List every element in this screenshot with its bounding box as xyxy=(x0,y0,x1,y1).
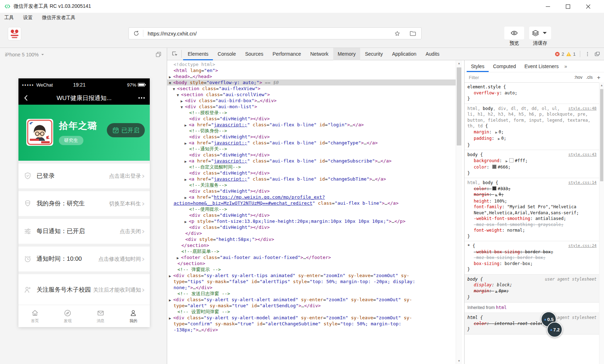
expand-shorthand-icon[interactable]: ▶ xyxy=(495,193,498,197)
tabbar-item-首页[interactable]: 首页 xyxy=(18,305,51,327)
menu-item-3[interactable]: 微信开发者工具 xyxy=(42,15,76,21)
css-property[interactable]: overflow-y: auto; xyxy=(467,90,597,96)
code-line[interactable]: <!--切换身份--> xyxy=(167,128,456,134)
styles-scrollbar[interactable]: ▲ xyxy=(599,82,604,364)
code-line[interactable]: <!--使用提示--> xyxy=(167,206,456,212)
code-line[interactable]: <html lang="en"> xyxy=(167,67,456,73)
code-line[interactable]: <!-- 设置时间弹窗 --> xyxy=(167,309,456,315)
css-property[interactable]: margin: ▶0; xyxy=(467,192,597,198)
tab-elements[interactable]: Elements xyxy=(183,48,213,60)
menu-item-2[interactable]: 设置 xyxy=(23,15,33,21)
color-swatch[interactable] xyxy=(492,165,496,169)
menu-item-1[interactable]: 工具 xyxy=(4,15,14,21)
filter-input[interactable] xyxy=(468,75,571,81)
tab-network[interactable]: Network xyxy=(306,48,333,60)
device-selector[interactable]: iPhone 5 100% xyxy=(5,52,39,57)
code-line[interactable]: action=home&__biz=MzIwOTY2NTUzMQ==#wecha… xyxy=(167,200,456,206)
new-style-rule-button[interactable]: + xyxy=(597,75,600,81)
style-rule[interactable]: element.style {overflow-y: auto;} xyxy=(465,82,599,104)
warning-badge-icon[interactable] xyxy=(566,51,571,57)
error-badge-icon[interactable] xyxy=(555,51,560,57)
hidden-siblings-ellipsis[interactable]: … xyxy=(169,79,171,86)
css-property[interactable]: display: block; xyxy=(467,282,597,288)
code-line[interactable]: -138px;">…</div> xyxy=(167,327,456,333)
stylesheet-link[interactable]: style.css:24 xyxy=(569,243,597,249)
code-line[interactable]: ▶<a href="https://mp.weixin.qq.com/mp/pr… xyxy=(167,194,456,200)
css-property[interactable]: color: -internal-root-color; xyxy=(467,321,597,327)
code-line[interactable]: type="tips" sy-mask="false" id="alertTip… xyxy=(167,278,456,285)
code-line[interactable]: ▶<a href="javascript:;" class="aui-flex … xyxy=(167,176,456,182)
code-line[interactable]: ▶<a href="javascript:;" class="aui-flex … xyxy=(167,140,456,146)
close-button[interactable] xyxy=(578,0,598,13)
list-item-3[interactable]: 每日通知：已开启点击关闭› xyxy=(18,219,150,244)
css-property[interactable]: -webkit-font-smoothing: antialiased; xyxy=(467,216,597,222)
code-line[interactable]: ▶<a href="javascript:;" class="aui-flex … xyxy=(167,122,456,128)
stylesheet-link[interactable]: style.css:48 xyxy=(569,106,597,112)
color-swatch[interactable] xyxy=(492,186,496,191)
css-property[interactable]: box-sizing: border-box; xyxy=(467,261,597,267)
list-item-4[interactable]: 通知时间：10:00点击修改通知时间› xyxy=(18,247,150,271)
scroll-up-icon[interactable]: ▲ xyxy=(456,60,462,66)
code-line[interactable]: <div class="divHeight"></div> xyxy=(167,170,456,176)
code-line[interactable]: <div class="divHeight"></div> xyxy=(167,224,456,230)
list-item-1[interactable]: 已登录点击退出登录› xyxy=(18,164,150,188)
inspect-element-icon[interactable] xyxy=(171,50,179,57)
expand-shorthand-icon[interactable]: ▶ xyxy=(498,137,500,140)
daily-report-toggle[interactable]: 已开启 xyxy=(107,123,145,137)
list-item-2[interactable]: 我的身份：研究生切换至本科生› xyxy=(18,191,150,216)
tab-console[interactable]: Console xyxy=(213,48,240,60)
css-property[interactable]: margin: ▶8px; xyxy=(467,288,597,295)
tabbar-item-消息[interactable]: 消息 xyxy=(84,305,117,327)
tab-security[interactable]: Security xyxy=(360,48,388,60)
perf-overlay-badge[interactable]: ▲7.2 xyxy=(547,322,562,337)
scrollbar-thumb[interactable] xyxy=(457,67,461,145)
style-rule[interactable]: user agent stylesheetbody {display: bloc… xyxy=(465,275,599,303)
code-line[interactable]: <div class="divHeight"></div> xyxy=(167,152,456,158)
clear-cache-button[interactable] xyxy=(529,27,551,39)
code-line[interactable]: <div class="divHeight"></div> xyxy=(167,134,456,140)
expand-shorthand-icon[interactable]: ▶ xyxy=(495,131,498,134)
css-property[interactable]: font-family: "Myriad Set Pro","Helvetica… xyxy=(467,204,597,216)
css-property[interactable]: -moz-box-sizing: border-box; xyxy=(467,255,597,261)
stylesheet-link[interactable]: style.css:43 xyxy=(569,152,597,158)
code-line[interactable]: <!--底部菜单--> xyxy=(167,248,456,254)
code-line[interactable]: ▼<section class="aui-flexView"> xyxy=(167,86,456,92)
more-options-icon[interactable] xyxy=(138,97,145,99)
code-line[interactable]: type="confirm" sy-mask="true" id="alertC… xyxy=(167,321,456,327)
css-property[interactable]: padding: ▶0; xyxy=(467,136,597,142)
tab-application[interactable]: Application xyxy=(388,48,421,60)
scrollbar-thumb[interactable] xyxy=(600,89,603,181)
code-line[interactable]: ▼<div class="aui-mon-list"> xyxy=(167,104,456,110)
code-line[interactable]: ▼<section class="aui-scrollView"> xyxy=(167,92,456,98)
code-line[interactable]: <div class="divHeight"></div> xyxy=(167,188,456,194)
sidebar-tab-styles[interactable]: Styles xyxy=(467,60,489,72)
tab-memory[interactable]: Memory xyxy=(333,48,361,60)
style-rule[interactable]: user agent stylesheethtml {color: -inter… xyxy=(465,313,599,335)
code-line[interactable]: ▶<div class="aui-bird-box">…</div> xyxy=(167,98,456,104)
code-line[interactable]: type="alert" sy-mask="true" id="alertSen… xyxy=(167,303,456,309)
more-tabs-icon[interactable]: » xyxy=(564,64,567,69)
pseudo-state-button[interactable]: :hov xyxy=(574,75,583,80)
color-swatch[interactable] xyxy=(509,158,514,162)
scroll-down-icon[interactable]: ▼ xyxy=(456,358,462,364)
scroll-up-icon[interactable]: ▲ xyxy=(599,82,604,88)
tabbar-item-我的[interactable]: 我的 xyxy=(117,305,150,327)
stylesheet-link[interactable]: style.css:14 xyxy=(569,180,597,186)
address-bar[interactable]: https://mzxy.cxhit.cn/ xyxy=(128,27,422,39)
code-line[interactable]: </div> xyxy=(167,230,456,236)
tab-performance[interactable]: Performance xyxy=(268,48,306,60)
sidebar-tab-computed[interactable]: Computed xyxy=(489,60,520,72)
css-property[interactable]: color: #666; xyxy=(467,164,597,170)
code-line[interactable]: <div class="divHeight"></div> xyxy=(167,116,456,122)
code-line[interactable]: <div style="height:58px;"></div> xyxy=(167,236,456,242)
code-line[interactable]: <!--通知开关--> xyxy=(167,146,456,152)
code-line[interactable]: …▼<body style="overflow-y: auto;"> == $0 xyxy=(167,79,456,86)
css-property[interactable]: color: #333; xyxy=(467,186,597,192)
dock-side-icon[interactable] xyxy=(594,51,600,57)
code-line[interactable]: <!--自定义提醒时间--> xyxy=(167,164,456,170)
code-line[interactable]: <div class="divHeight"></div> xyxy=(167,212,456,218)
code-line[interactable]: <!-- 弹窗提示 --> xyxy=(167,266,456,272)
code-line[interactable]: ▶<p style="font-size:13.8px;line-height:… xyxy=(167,218,456,224)
style-rule[interactable]: style.css:14html, body {color: #333;marg… xyxy=(465,178,599,241)
code-line[interactable]: ▶<div class="sy-alert sy-alert-model ani… xyxy=(167,315,456,321)
